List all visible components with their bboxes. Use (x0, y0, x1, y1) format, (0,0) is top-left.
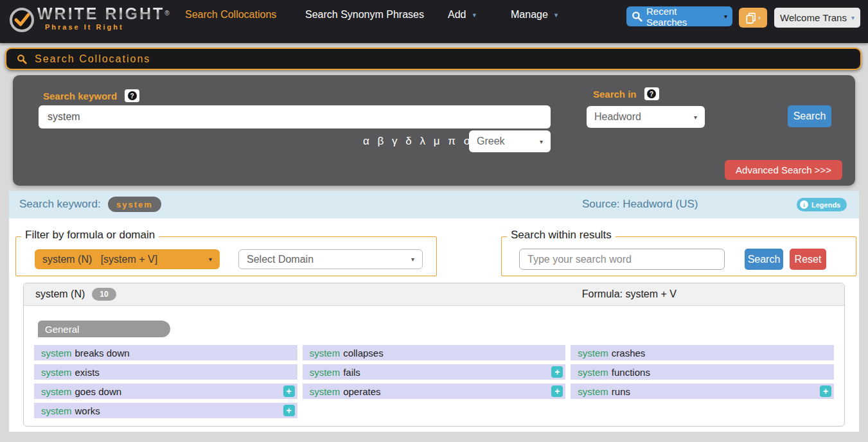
search-within-legend: Search within results (507, 229, 616, 242)
chevron-down-icon: ▾ (540, 138, 543, 145)
collocation-text: goes down (75, 386, 122, 397)
search-in-label: Search in (593, 89, 637, 100)
domain-select-value: Select Domain (247, 254, 314, 265)
chevron-down-icon: ▾ (209, 256, 212, 263)
collocation-headword: system (310, 386, 341, 397)
collocation-headword: system (578, 348, 608, 358)
page-title: Search Collocations (35, 53, 150, 65)
nav-search-synonym-phrases[interactable]: Search Synonym Phrases (305, 8, 424, 22)
results-count-badge: 10 (92, 288, 116, 301)
plus-icon[interactable]: + (283, 385, 295, 397)
legends-label: Legends (811, 201, 840, 209)
logo-tagline: Phrase It Right (45, 23, 170, 31)
results-header: system (N) 10 Formula: system + V (24, 283, 844, 306)
results-formula: Formula: system + V (582, 288, 677, 300)
registered-mark: ® (164, 10, 169, 17)
plus-icon[interactable]: + (551, 385, 563, 397)
chevron-down-icon: ▾ (694, 114, 697, 121)
collocation-headword: system (41, 367, 72, 378)
search-panel: Search keyword ? α β γ δ λ μ π σ ω Greek… (13, 75, 855, 186)
nav-manage[interactable]: Manage ▾ (511, 8, 558, 22)
result-keyword-pill: system (108, 197, 161, 212)
result-keyword-value: system (116, 200, 153, 209)
chevron-down-icon: ▾ (472, 11, 476, 19)
help-button[interactable]: ? (125, 89, 139, 102)
chevron-down-icon: ▾ (411, 256, 414, 263)
keyword-input[interactable] (39, 105, 551, 128)
greek-select[interactable]: Greek ▾ (469, 130, 551, 152)
top-header: WRITE RIGHT® Phrase It Right Search Coll… (0, 0, 868, 43)
collocation-text: breaks down (75, 348, 130, 358)
info-icon: i (800, 200, 808, 209)
collocation-item[interactable]: system breaks down (34, 345, 297, 360)
collocation-headword: system (578, 367, 608, 378)
collocation-item[interactable]: system runs + (571, 384, 834, 399)
collocation-text: fails (343, 367, 360, 378)
nav-add-label[interactable]: Add (448, 9, 466, 21)
domain-select[interactable]: Select Domain ▾ (238, 249, 423, 269)
results-body: General system breaks down system collap… (24, 306, 844, 427)
reset-button[interactable]: Reset (790, 249, 826, 270)
chevron-down-icon: ▾ (851, 14, 855, 21)
user-menu-button[interactable]: Welcome Trans ▾ (774, 8, 860, 28)
chevron-down-icon: ▾ (724, 13, 727, 20)
recent-searches-button[interactable]: Recent Searches ▾ (626, 6, 732, 26)
filter-fieldset-legend: Filter by formula or domain (21, 229, 159, 242)
nav-add[interactable]: Add ▾ (448, 8, 476, 22)
search-icon (632, 11, 642, 22)
collocation-text: crashes (612, 348, 646, 358)
search-in-value: Headword (594, 111, 641, 123)
nav-search-synonym-phrases-label[interactable]: Search Synonym Phrases (305, 9, 424, 21)
search-within-button[interactable]: Search (745, 249, 783, 270)
collocation-item[interactable]: system goes down + (34, 384, 297, 399)
search-icon (17, 54, 27, 64)
legends-button[interactable]: i Legends (797, 198, 847, 211)
collocation-headword: system (41, 405, 72, 416)
nav-manage-label[interactable]: Manage (511, 9, 548, 21)
chevron-down-icon: ▾ (758, 15, 761, 21)
app-logo[interactable]: WRITE RIGHT® Phrase It Right (8, 5, 170, 33)
collocation-text: functions (612, 367, 650, 378)
clipboard-button[interactable]: ▾ (739, 8, 767, 28)
collocation-item[interactable]: system crashes (571, 345, 834, 360)
result-summary-bar: Search keyword: system Source: Headword … (9, 191, 859, 218)
advanced-search-button[interactable]: Advanced Search >>> (725, 160, 842, 180)
greek-select-value: Greek (477, 136, 505, 147)
formula-select[interactable]: system (N) [system + V] ▾ (35, 249, 220, 269)
collocation-item[interactable]: system functions (571, 364, 834, 380)
collocation-headword: system (41, 386, 72, 397)
collocation-grid: system breaks down system collapses syst… (34, 345, 834, 418)
collocation-text: collapses (343, 348, 384, 358)
search-within-input[interactable] (519, 249, 725, 270)
results-card: Search keyword: system Source: Headword … (9, 191, 859, 432)
collocation-item[interactable]: system exists (34, 364, 297, 380)
page-title-bar: Search Collocations (5, 48, 862, 70)
plus-icon[interactable]: + (283, 405, 295, 416)
search-keyword-label: Search keyword (43, 91, 117, 102)
search-button[interactable]: Search (788, 105, 831, 127)
collocation-text: works (75, 405, 100, 416)
recent-searches-label: Recent Searches (646, 6, 720, 28)
collocation-text: operates (343, 386, 380, 397)
results-panel: system (N) 10 Formula: system + V Genera… (23, 283, 845, 427)
collocation-headword: system (310, 367, 341, 378)
collocation-headword: system (310, 348, 341, 358)
collocation-item[interactable]: system works + (34, 403, 297, 418)
nav-search-collocations[interactable]: Search Collocations (185, 8, 276, 22)
formula-select-value: system (N) [system + V] (42, 254, 157, 265)
help-button[interactable]: ? (644, 87, 659, 100)
nav-search-collocations-label[interactable]: Search Collocations (185, 9, 276, 21)
result-source: Source: Headword (US) (582, 198, 698, 211)
collocation-text: runs (612, 386, 630, 397)
collocation-item[interactable]: system collapses (303, 345, 566, 360)
plus-icon[interactable]: + (551, 366, 563, 378)
collocation-text: exists (75, 367, 100, 378)
search-in-select[interactable]: Headword ▾ (587, 106, 705, 128)
collocation-item[interactable]: system operates + (303, 384, 566, 399)
results-headword: system (N) (35, 288, 85, 300)
welcome-label: Welcome Trans (780, 12, 847, 23)
collocation-item[interactable]: system fails + (303, 364, 566, 380)
chevron-down-icon: ▾ (554, 11, 558, 19)
plus-icon[interactable]: + (820, 385, 831, 397)
collocation-headword: system (578, 386, 608, 397)
